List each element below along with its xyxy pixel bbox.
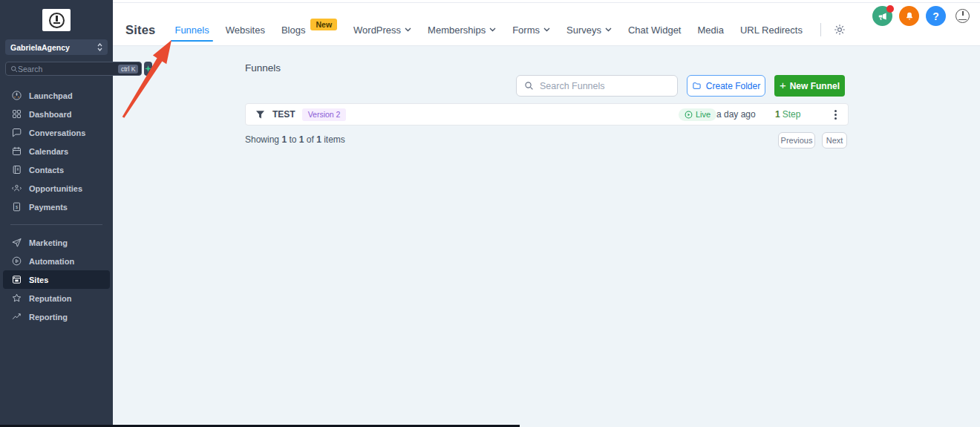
sidebar-item-label: Dashboard [29, 110, 71, 119]
tab-websites[interactable]: Websites [226, 25, 265, 36]
sidebar: GabrielaAgency ctrl K Launchpad Dashboar… [0, 0, 113, 427]
notification-dot [886, 5, 894, 13]
sidebar-item-label: Reputation [29, 294, 71, 303]
nav-divider [820, 23, 821, 36]
question-mark-icon: ? [932, 10, 939, 22]
tab-media[interactable]: Media [698, 25, 724, 36]
gear-icon [834, 24, 846, 36]
new-funnel-button[interactable]: + New Funnel [774, 75, 845, 97]
sidebar-item-reputation[interactable]: Reputation [3, 289, 110, 307]
search-icon [10, 65, 18, 73]
next-button[interactable]: Next [822, 132, 847, 149]
help-button[interactable]: ? [926, 6, 946, 26]
tab-chat-widget[interactable]: Chat Widget [628, 25, 682, 36]
ai-spark-button[interactable] [144, 62, 152, 76]
reporting-icon [10, 311, 22, 323]
sidebar-item-label: Launchpad [29, 91, 73, 100]
svg-text:$: $ [15, 205, 18, 209]
launchpad-icon [10, 90, 22, 102]
tab-blogs[interactable]: Blogs New [281, 24, 337, 36]
automation-icon [10, 255, 22, 267]
sites-nav: Sites Funnels Websites Blogs New WordPre… [125, 19, 848, 41]
sidebar-item-payments[interactable]: $ Payments [3, 198, 110, 216]
funnel-row[interactable]: TEST Version 2 Live a day ago 1Step [245, 103, 849, 126]
new-badge: New [310, 19, 337, 30]
header-hairline [113, 2, 980, 3]
funnels-search[interactable] [516, 75, 678, 97]
sidebar-item-automation[interactable]: Automation [3, 252, 110, 270]
sidebar-search-input[interactable] [18, 65, 118, 74]
page-title: Funnels [245, 62, 281, 74]
notifications-button[interactable] [899, 6, 919, 26]
steps-link[interactable]: 1Step [775, 109, 800, 120]
agency-logo-icon [49, 13, 65, 28]
conversations-icon [10, 127, 22, 139]
sidebar-item-label: Automation [29, 257, 74, 266]
payments-icon: $ [10, 201, 22, 213]
calendars-icon [10, 146, 22, 157]
sidebar-item-label: Marketing [29, 238, 68, 247]
announcements-button[interactable] [872, 6, 892, 26]
profile-avatar[interactable] [956, 9, 970, 23]
funnel-name[interactable]: TEST [272, 109, 295, 120]
sidebar-item-calendars[interactable]: Calendars [3, 142, 110, 160]
section-title: Sites [125, 23, 155, 37]
version-badge: Version 2 [302, 108, 347, 121]
tab-funnels[interactable]: Funnels [174, 25, 209, 36]
header-icon-group: ? [872, 6, 970, 26]
sidebar-item-dashboard[interactable]: Dashboard [3, 105, 110, 123]
tab-forms[interactable]: Forms [512, 25, 550, 36]
funnel-icon [255, 110, 265, 120]
spark-icon [144, 65, 152, 73]
search-icon [524, 81, 534, 91]
chevron-down-icon [605, 27, 612, 32]
sidebar-item-conversations[interactable]: Conversations [3, 123, 110, 142]
reputation-icon [10, 293, 22, 304]
opportunities-icon [10, 183, 22, 195]
sidebar-item-label: Reporting [29, 313, 68, 322]
sidebar-item-launchpad[interactable]: Launchpad [3, 86, 110, 105]
tab-surveys[interactable]: Surveys [566, 25, 612, 36]
funnels-search-input[interactable] [540, 81, 670, 91]
sidebar-item-label: Sites [29, 276, 48, 284]
sidebar-item-label: Contacts [29, 166, 64, 175]
tab-wordpress[interactable]: WordPress [353, 25, 411, 36]
agency-name: GabrielaAgency [10, 43, 97, 52]
sidebar-item-label: Conversations [29, 128, 85, 137]
create-folder-button[interactable]: Create Folder [687, 75, 765, 97]
funnels-controls: Create Folder + New Funnel [245, 75, 849, 97]
sites-icon [10, 274, 22, 286]
dashboard-icon [10, 108, 22, 120]
previous-button[interactable]: Previous [778, 132, 815, 149]
row-menu-button[interactable] [829, 108, 841, 121]
sidebar-divider [10, 224, 102, 225]
chevron-down-icon [543, 27, 550, 32]
contacts-icon [10, 164, 22, 176]
megaphone-icon [878, 11, 888, 22]
agency-logo [42, 9, 71, 31]
pagination-summary: Showing 1 to 1 of 1 items [245, 134, 345, 145]
chevron-down-icon [489, 27, 496, 32]
marketing-icon [10, 237, 22, 249]
sidebar-item-label: Payments [29, 203, 68, 212]
status-badge: Live [679, 108, 716, 121]
bell-icon [904, 11, 915, 22]
chevron-down-icon [405, 27, 411, 32]
shortcut-badge: ctrl K [118, 65, 138, 74]
sidebar-item-label: Opportunities [29, 184, 82, 193]
sidebar-item-sites[interactable]: Sites [3, 270, 110, 289]
sidebar-item-marketing[interactable]: Marketing [3, 233, 110, 252]
sidebar-item-opportunities[interactable]: Opportunities [3, 179, 110, 198]
sidebar-item-contacts[interactable]: Contacts [3, 160, 110, 179]
top-header: Sites Funnels Websites Blogs New WordPre… [113, 0, 980, 46]
sidebar-item-reporting[interactable]: Reporting [3, 307, 110, 326]
live-play-icon [685, 111, 693, 119]
sidebar-search[interactable]: ctrl K [5, 62, 142, 76]
tab-url-redirects[interactable]: URL Redirects [740, 25, 803, 36]
settings-gear-button[interactable] [832, 22, 848, 38]
agency-switcher[interactable]: GabrielaAgency [5, 39, 108, 55]
plus-icon: + [780, 79, 786, 91]
tab-memberships[interactable]: Memberships [428, 25, 496, 36]
folder-icon [692, 81, 702, 91]
chevron-updown-icon [97, 43, 102, 51]
